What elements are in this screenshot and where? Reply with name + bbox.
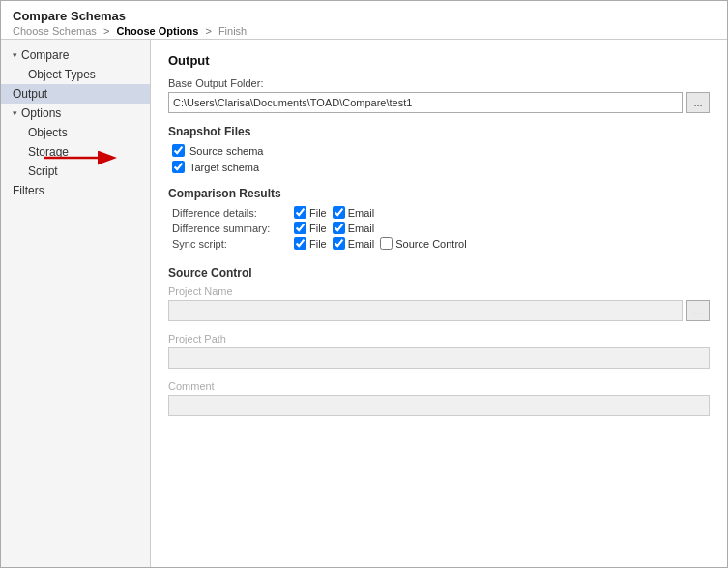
sidebar-item-storage[interactable]: Storage [1, 142, 150, 162]
difference-summary-file-group: File [294, 222, 327, 234]
sidebar-item-output-label: Output [13, 87, 47, 101]
sidebar-item-script[interactable]: Script [1, 162, 150, 181]
breadcrumb-item-1: Choose Schemas [13, 25, 97, 37]
sidebar-item-compare-label: Compare [21, 48, 69, 62]
sidebar-item-output[interactable]: Output [1, 84, 150, 104]
breadcrumb-item-3: Finish [218, 25, 247, 37]
breadcrumb: Choose Schemas > Choose Options > Finish [13, 25, 715, 37]
sync-script-source-control-group: Source Control [380, 237, 466, 250]
project-path-label: Project Path [168, 333, 710, 344]
breadcrumb-separator-2: > [205, 25, 214, 37]
sidebar-item-storage-label: Storage [28, 145, 69, 159]
project-name-input[interactable] [168, 300, 683, 321]
sidebar-item-compare[interactable]: ▾ Compare [1, 45, 150, 65]
project-path-input[interactable] [168, 347, 710, 369]
target-schema-label: Target schema [189, 162, 259, 173]
difference-details-file-label: File [309, 207, 327, 219]
sidebar-item-options[interactable]: ▾ Options [1, 104, 150, 123]
sync-script-row: Sync script: File Email Source Control [168, 237, 710, 250]
sync-script-file-checkbox[interactable] [294, 237, 306, 250]
difference-summary-file-checkbox[interactable] [294, 222, 306, 234]
sidebar-item-object-types[interactable]: Object Types [1, 65, 150, 84]
sync-script-source-control-checkbox[interactable] [380, 237, 393, 250]
source-control-title: Source Control [168, 266, 710, 280]
difference-summary-file-label: File [309, 223, 327, 234]
target-schema-checkbox[interactable] [172, 161, 185, 173]
sync-script-file-group: File [294, 237, 327, 250]
difference-details-row: Difference details: File Email [168, 206, 710, 219]
difference-summary-email-checkbox[interactable] [333, 222, 345, 234]
comment-row [168, 395, 710, 416]
sync-script-email-label: Email [348, 238, 375, 250]
source-schema-checkbox[interactable] [172, 144, 185, 157]
difference-summary-email-label: Email [348, 223, 375, 234]
content-area: Output Base Output Folder: ... Snapshot … [151, 40, 727, 567]
sync-script-label: Sync script: [172, 238, 288, 250]
sidebar-item-options-label: Options [21, 106, 61, 120]
snapshot-files-title: Snapshot Files [168, 125, 710, 138]
main-window: Compare Schemas Choose Schemas > Choose … [0, 0, 728, 568]
chevron-icon: ▾ [13, 50, 17, 60]
difference-details-email-checkbox[interactable] [333, 206, 345, 219]
sidebar-item-script-label: Script [28, 164, 58, 178]
sync-script-email-checkbox[interactable] [333, 237, 345, 250]
difference-summary-label: Difference summary: [172, 223, 288, 234]
project-name-label: Project Name [168, 285, 710, 297]
difference-summary-email-group: Email [333, 222, 375, 234]
window-title: Compare Schemas [13, 9, 715, 23]
difference-summary-row: Difference summary: File Email [168, 222, 710, 234]
breadcrumb-item-2: Choose Options [116, 25, 198, 37]
chevron-icon-options: ▾ [13, 108, 17, 118]
base-output-browse-button[interactable]: ... [686, 92, 710, 113]
project-path-row [168, 347, 710, 369]
project-name-row: ... [168, 300, 710, 321]
comparison-results-title: Comparison Results [168, 187, 710, 200]
breadcrumb-separator-1: > [103, 25, 112, 37]
comment-group: Comment [168, 380, 710, 416]
title-bar: Compare Schemas Choose Schemas > Choose … [1, 1, 727, 40]
sync-script-email-group: Email [333, 237, 375, 250]
project-name-group: Project Name ... [168, 285, 710, 321]
difference-details-label: Difference details: [172, 207, 288, 219]
base-output-folder-row: ... [168, 92, 710, 113]
difference-details-file-group: File [294, 206, 327, 219]
difference-details-email-group: Email [333, 206, 375, 219]
base-output-folder-label: Base Output Folder: [168, 77, 710, 89]
difference-details-email-label: Email [348, 207, 375, 219]
sidebar-item-objects-label: Objects [28, 126, 68, 139]
main-content: ▾ Compare Object Types Output ▾ Options … [1, 40, 727, 567]
sidebar-item-objects[interactable]: Objects [1, 123, 150, 142]
base-output-folder-input[interactable] [168, 92, 683, 113]
sidebar-item-object-types-label: Object Types [28, 68, 96, 81]
comment-input[interactable] [168, 395, 710, 416]
sync-script-source-control-label: Source Control [395, 238, 466, 250]
comment-label: Comment [168, 380, 710, 392]
sidebar: ▾ Compare Object Types Output ▾ Options … [1, 40, 151, 567]
source-schema-label: Source schema [189, 145, 263, 157]
project-path-group: Project Path [168, 333, 710, 369]
source-control-section: Source Control Project Name ... Project … [168, 266, 710, 416]
source-schema-row: Source schema [168, 144, 710, 157]
target-schema-row: Target schema [168, 161, 710, 173]
project-name-browse-button[interactable]: ... [686, 300, 710, 321]
sidebar-item-filters[interactable]: Filters [1, 181, 150, 200]
sidebar-item-filters-label: Filters [13, 184, 44, 197]
difference-details-file-checkbox[interactable] [294, 206, 306, 219]
section-title: Output [168, 53, 710, 68]
sync-script-file-label: File [309, 238, 327, 250]
